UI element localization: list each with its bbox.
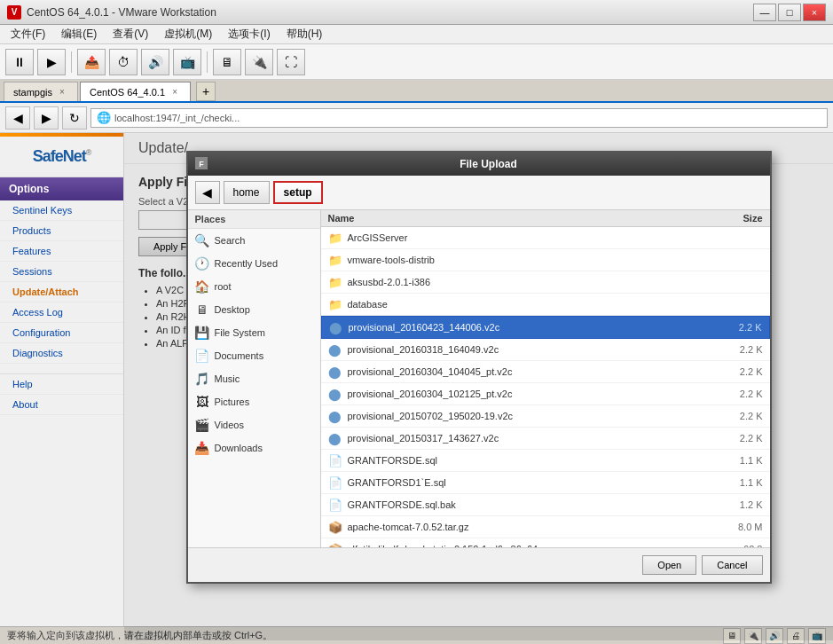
- v2c-icon: ⬤: [328, 409, 342, 423]
- file-row[interactable]: ⬤ provisional_20160304_102125_pt.v2c 2.2…: [321, 383, 770, 405]
- file-upload-dialog: F File Upload ◀ home setup Plac: [186, 151, 772, 584]
- window-controls: — □ ×: [753, 4, 826, 21]
- places-filesystem[interactable]: 💾 File System: [188, 321, 320, 344]
- sidebar-item-diagnostics[interactable]: Diagnostics: [0, 343, 123, 364]
- places-videos[interactable]: 🎬 Videos: [188, 413, 320, 436]
- dialog-toolbar: ◀ home setup: [188, 176, 770, 210]
- places-music-label: Music: [215, 373, 240, 384]
- menu-file[interactable]: 文件(F): [4, 25, 52, 43]
- forward-button[interactable]: ▶: [34, 106, 59, 130]
- places-music[interactable]: 🎵 Music: [188, 367, 320, 390]
- files-col-name: Name: [328, 213, 701, 224]
- file-row[interactable]: 📄 GRANTFORSDE.sql 1.1 K: [321, 450, 770, 472]
- logo-area: SafeNet®: [0, 137, 123, 177]
- tab-stampgis-close[interactable]: ×: [56, 86, 68, 98]
- pictures-icon: 🖼: [195, 395, 209, 409]
- toolbar-screen-btn[interactable]: 📺: [173, 49, 201, 75]
- places-search[interactable]: 🔍 Search: [188, 229, 320, 252]
- files-col-size: Size: [701, 213, 763, 224]
- back-button[interactable]: ◀: [5, 106, 30, 130]
- file-row[interactable]: ⬤ provisional_20150702_195020-19.v2c 2.2…: [321, 405, 770, 428]
- toolbar-separator: [71, 51, 72, 73]
- file-row[interactable]: 📁 ArcGISServer: [321, 227, 770, 249]
- sidebar-item-about[interactable]: About: [0, 395, 123, 415]
- file-name: provisional_20160423_144006.v2c: [349, 322, 703, 333]
- file-row[interactable]: 📁 vmware-tools-distrib: [321, 249, 770, 271]
- dialog-title-text: File Upload: [215, 158, 763, 170]
- file-name: GRANTFORSDE.sql.bak: [348, 499, 704, 510]
- dialog-open-button[interactable]: Open: [642, 555, 696, 575]
- sidebar-item-configuration[interactable]: Configuration: [0, 323, 123, 343]
- places-pictures-label: Pictures: [215, 397, 250, 407]
- path-home-button[interactable]: home: [224, 181, 270, 204]
- navbar: ◀ ▶ ↻ 🌐 localhost:1947/_int_/checki...: [0, 103, 833, 133]
- toolbar-usb-btn[interactable]: 🔌: [245, 49, 273, 75]
- file-row[interactable]: 📄 GRANTFORSD1`E.sql 1.1 K: [321, 472, 770, 494]
- folder-icon: 📁: [328, 297, 342, 311]
- tab-centos-close[interactable]: ×: [169, 86, 181, 98]
- dialog-overlay: F File Upload ◀ home setup Plac: [124, 133, 833, 640]
- dialog-cancel-button[interactable]: Cancel: [702, 555, 762, 575]
- menu-vm[interactable]: 虚拟机(M): [157, 25, 219, 43]
- address-bar[interactable]: 🌐 localhost:1947/_int_/checki...: [90, 108, 828, 128]
- maximize-button[interactable]: □: [778, 4, 801, 21]
- file-row[interactable]: 📄 GRANTFORSDE.sql.bak 1.2 K: [321, 494, 770, 516]
- rpm-icon: 📦: [328, 542, 342, 547]
- file-name: provisional_20160304_104045_pt.v2c: [348, 366, 704, 377]
- menu-tabs[interactable]: 选项卡(I): [221, 25, 277, 43]
- file-size: 1.1 K: [710, 455, 763, 466]
- file-row[interactable]: 📁 database: [321, 294, 770, 316]
- tab-centos[interactable]: CentOS 64_4.0.1 ×: [80, 82, 191, 101]
- places-desktop[interactable]: 🖥 Desktop: [188, 298, 320, 321]
- file-row-selected[interactable]: ⬤ provisional_20160423_144006.v2c 2.2 K: [321, 316, 770, 339]
- folder-icon: 📁: [328, 231, 342, 245]
- places-documents[interactable]: 📄 Documents: [188, 344, 320, 367]
- sql-icon: 📄: [328, 475, 342, 490]
- places-downloads[interactable]: 📥 Downloads: [188, 436, 320, 459]
- menu-view[interactable]: 查看(V): [106, 25, 155, 43]
- sidebar-item-help[interactable]: Help: [0, 374, 123, 395]
- places-recently-used[interactable]: 🕐 Recently Used: [188, 252, 320, 275]
- new-tab-button[interactable]: +: [196, 82, 216, 101]
- sidebar-item-access-log[interactable]: Access Log: [0, 302, 123, 323]
- tab-stampgis[interactable]: stampgis ×: [4, 82, 78, 101]
- toolbar-clock-btn[interactable]: ⏱: [109, 49, 138, 75]
- file-row[interactable]: 📦 elfutils-libelf-devel-static-0.152-1.e…: [321, 538, 770, 547]
- archive-icon: 📦: [328, 520, 342, 534]
- v2c-icon: ⬤: [328, 431, 342, 445]
- places-pictures[interactable]: 🖼 Pictures: [188, 390, 320, 413]
- close-button[interactable]: ×: [803, 4, 826, 21]
- file-name: database: [348, 299, 704, 310]
- toolbar-power-btn[interactable]: ⏸: [5, 49, 34, 75]
- dialog-back-button[interactable]: ◀: [195, 181, 220, 204]
- file-row[interactable]: ⬤ provisional_20150317_143627.v2c 2.2 K: [321, 428, 770, 450]
- places-documents-label: Documents: [215, 350, 264, 361]
- file-row[interactable]: ⬤ provisional_20160318_164049.v2c 2.2 K: [321, 339, 770, 361]
- file-row[interactable]: 📁 aksusbd-2.0.1-i386: [321, 271, 770, 294]
- main-window: V CentOS 64_4.0.1 - VMware Workstation —…: [0, 0, 833, 644]
- menu-edit[interactable]: 编辑(E): [54, 25, 104, 43]
- v2c-icon: ⬤: [329, 320, 343, 334]
- file-size: 2.2 K: [710, 411, 763, 421]
- places-videos-label: Videos: [215, 420, 244, 430]
- path-setup-button[interactable]: setup: [273, 181, 323, 204]
- sidebar-item-features[interactable]: Features: [0, 241, 123, 262]
- minimize-button[interactable]: —: [753, 4, 776, 21]
- places-root[interactable]: 🏠 root: [188, 275, 320, 298]
- file-row[interactable]: ⬤ provisional_20160304_104045_pt.v2c 2.2…: [321, 361, 770, 383]
- sidebar-item-products[interactable]: Products: [0, 221, 123, 241]
- sidebar-item-sentinel-keys[interactable]: Sentinel Keys: [0, 200, 123, 221]
- file-name: elfutils-libelf-devel-static-0.152-1.el6…: [348, 544, 704, 547]
- file-name: vmware-tools-distrib: [348, 255, 704, 265]
- toolbar-monitor-btn[interactable]: 🖥: [213, 49, 241, 75]
- toolbar-arrow-btn[interactable]: ▶: [37, 49, 66, 75]
- menu-help[interactable]: 帮助(H): [279, 25, 330, 43]
- sidebar-item-update[interactable]: Update/Attach: [0, 282, 123, 302]
- toolbar-network-btn[interactable]: 🔊: [141, 49, 169, 75]
- toolbar-fullscreen-btn[interactable]: ⛶: [277, 49, 305, 75]
- refresh-button[interactable]: ↻: [62, 106, 87, 130]
- v2c-icon: ⬤: [328, 365, 342, 379]
- file-row[interactable]: 📦 apache-tomcat-7.0.52.tar.gz 8.0 M: [321, 516, 770, 538]
- toolbar-removable-btn[interactable]: 📤: [77, 49, 106, 75]
- sidebar-item-sessions[interactable]: Sessions: [0, 262, 123, 282]
